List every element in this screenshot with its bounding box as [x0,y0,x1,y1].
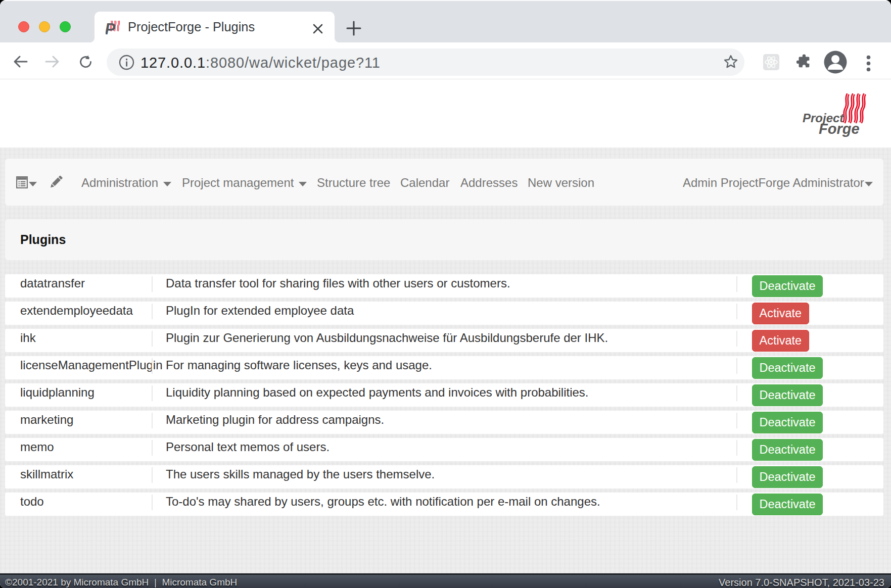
svg-text:Forge: Forge [819,121,860,137]
svg-text:P: P [106,21,116,37]
